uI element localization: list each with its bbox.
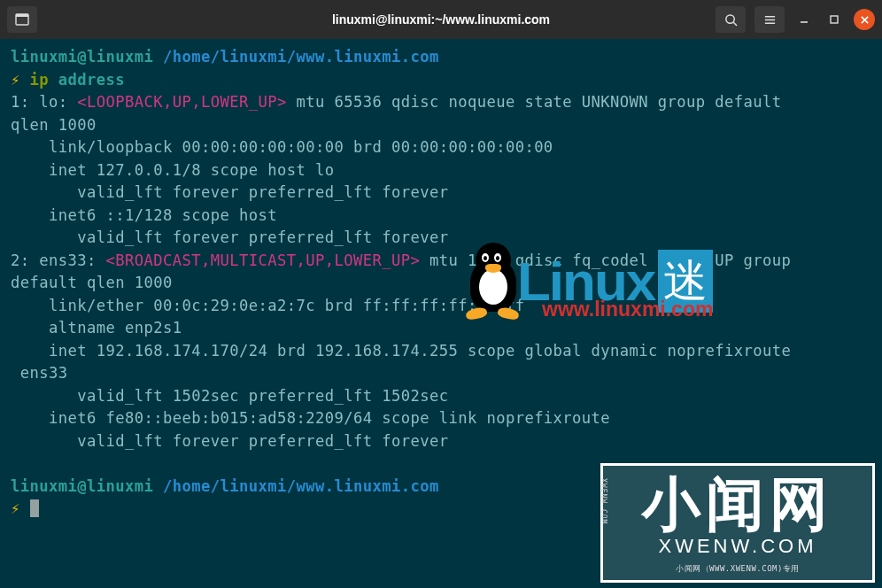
prompt-cursor-line: ⚡ xyxy=(11,498,871,521)
close-button[interactable] xyxy=(854,9,875,30)
iface-flags: <LOOPBACK,UP,LOWER_UP> xyxy=(77,93,286,111)
blank-line xyxy=(11,453,871,476)
prompt-line-2: linuxmi@linuxmi /home/linuxmi/www.linuxm… xyxy=(11,476,871,499)
user-host: linuxmi@linuxmi xyxy=(11,48,153,66)
output-line: default qlen 1000 xyxy=(11,272,871,295)
terminal-area[interactable]: linuxmi@linuxmi /home/linuxmi/www.linuxm… xyxy=(0,39,882,528)
output-line: 1: lo: <LOOPBACK,UP,LOWER_UP> mtu 65536 … xyxy=(11,91,871,114)
svg-rect-1 xyxy=(16,14,28,17)
output-line: valid_lft forever preferred_lft forever xyxy=(11,227,871,250)
output-line: valid_lft forever preferred_lft forever xyxy=(11,182,871,205)
iface-flags: <BROADCAST,MULTICAST,UP,LOWER_UP> xyxy=(105,251,420,269)
cursor xyxy=(30,499,39,517)
output-line: valid_lft 1502sec preferred_lft 1502sec xyxy=(11,385,871,408)
svg-line-3 xyxy=(733,22,737,26)
minimize-button[interactable] xyxy=(793,9,815,30)
titlebar-left-group xyxy=(7,6,37,33)
titlebar-right-group xyxy=(716,6,875,33)
command-name: ip xyxy=(30,71,50,89)
cwd-path: /home/linuxmi/www.linuxmi.com xyxy=(163,48,439,66)
watermark-sub-text: XWENW.COM xyxy=(610,535,865,558)
output-line: inet 127.0.0.1/8 scope host lo xyxy=(11,159,871,182)
maximize-icon xyxy=(829,14,839,25)
menu-button[interactable] xyxy=(754,6,785,33)
output-line: altname enp2s1 xyxy=(11,317,871,340)
window-title: linuxmi@linuxmi:~/www.linuxmi.com xyxy=(332,12,550,27)
output-line: ens33 xyxy=(11,362,871,385)
output-line: link/loopback 00:00:00:00:00:00 brd 00:0… xyxy=(11,136,871,159)
output-line: link/ether 00:0c:29:0e:a2:7c brd ff:ff:f… xyxy=(11,295,871,318)
output-line: inet6 fe80::beeb:b015:ad58:2209/64 scope… xyxy=(11,407,871,430)
output-line: valid_lft forever preferred_lft forever xyxy=(11,430,871,453)
close-icon xyxy=(860,15,870,25)
output-line: qlen 1000 xyxy=(11,114,871,137)
cwd-path: /home/linuxmi/www.linuxmi.com xyxy=(163,477,439,495)
prompt-symbol: ⚡ xyxy=(11,71,20,89)
output-line: inet 192.168.174.170/24 brd 192.168.174.… xyxy=(11,340,871,363)
hamburger-icon xyxy=(763,13,777,27)
user-host: linuxmi@linuxmi xyxy=(11,477,153,495)
command-arg: address xyxy=(58,71,125,89)
svg-rect-8 xyxy=(831,16,838,23)
output-line: inet6 ::1/128 scope host xyxy=(11,205,871,228)
window-titlebar: linuxmi@linuxmi:~/www.linuxmi.com xyxy=(0,0,882,39)
output-line: 2: ens33: <BROADCAST,MULTICAST,UP,LOWER_… xyxy=(11,250,871,273)
search-button[interactable] xyxy=(716,6,746,33)
watermark-footer-text: 小闻网（WWW.XWENW.COM)专用 xyxy=(610,563,865,575)
search-icon xyxy=(724,13,738,27)
new-tab-button[interactable] xyxy=(7,6,37,33)
svg-point-2 xyxy=(725,14,733,22)
prompt-line-1: linuxmi@linuxmi /home/linuxmi/www.linuxm… xyxy=(11,46,871,69)
terminal-icon xyxy=(15,12,29,27)
prompt-symbol: ⚡ xyxy=(11,499,20,517)
minimize-icon xyxy=(799,14,809,25)
command-line: ⚡ ip address xyxy=(11,69,871,92)
maximize-button[interactable] xyxy=(824,9,845,30)
